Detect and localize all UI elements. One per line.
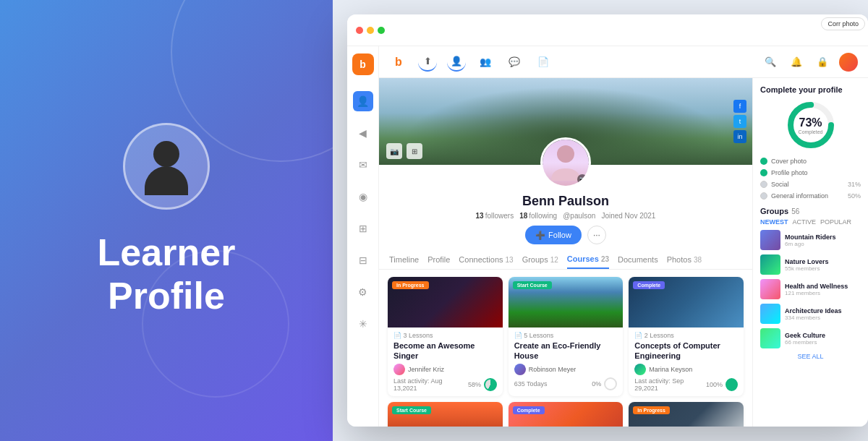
nav-lock-icon[interactable]: 🔒 bbox=[813, 53, 832, 72]
nav-avatar[interactable] bbox=[839, 53, 858, 72]
sidebar-item-settings[interactable]: ✳ bbox=[353, 314, 373, 334]
nav-notif-icon[interactable]: 🔔 bbox=[787, 53, 806, 72]
close-dot[interactable] bbox=[356, 27, 363, 34]
tab-connections[interactable]: Connections 13 bbox=[459, 250, 513, 269]
group-thumb-mountain bbox=[760, 230, 780, 250]
complete-profile-title: Complete your profile bbox=[760, 85, 861, 94]
course-progress: 635 Todays 0% bbox=[514, 377, 618, 390]
course-card[interactable]: Complete 📄 2 Lessons Concepts of Compute… bbox=[629, 277, 744, 396]
minimize-dot[interactable] bbox=[367, 27, 374, 34]
tab-timeline[interactable]: Timeline bbox=[389, 250, 419, 269]
course-card[interactable]: In Progress 📄 6 Lessons Civics & Culture bbox=[629, 402, 744, 427]
nav-doc-icon[interactable]: 📄 bbox=[534, 53, 553, 72]
course-body: 📄 2 Lessons Concepts of Computer Enginee… bbox=[629, 327, 744, 396]
course-img-desert: Start Course bbox=[388, 402, 503, 427]
course-img-flag: In Progress bbox=[629, 402, 744, 427]
twitter-icon[interactable]: t bbox=[733, 115, 746, 128]
tab-groups[interactable]: Groups 12 bbox=[522, 250, 558, 269]
course-progress: Last activity: Sep 29,2021 100% bbox=[634, 377, 738, 392]
group-tab-active[interactable]: ACTIVE bbox=[793, 218, 817, 226]
course-img-eco: Start Course bbox=[509, 277, 624, 327]
sidebar-item-grid[interactable]: ⊞ bbox=[353, 218, 373, 239]
follow-button[interactable]: ➕ Follow bbox=[525, 226, 582, 244]
group-tab-popular[interactable]: POPULAR bbox=[820, 218, 851, 226]
general-info-item: General information 50% bbox=[760, 192, 861, 200]
tab-photos[interactable]: Photos 38 bbox=[667, 250, 702, 269]
course-badge-progress: In Progress bbox=[633, 406, 670, 414]
course-body: 📄 3 Lessons Become an Awesome Singer Jen… bbox=[388, 327, 503, 396]
group-tab-newest[interactable]: NEWEST bbox=[760, 218, 788, 226]
course-card[interactable]: Start Course 📄 5 Lessons Create an Eco-F… bbox=[509, 277, 624, 396]
profile-name: Benn Paulson bbox=[389, 194, 742, 209]
courses-grid: In Progress 📄 3 Lessons Become an Awesom… bbox=[379, 270, 752, 427]
course-lessons: 📄 5 Lessons bbox=[514, 332, 618, 339]
course-img-computer: Complete bbox=[629, 277, 744, 327]
course-body: 📄 5 Lessons Create an Eco-Friendly House… bbox=[509, 327, 624, 395]
sidebar-item-eye[interactable]: ◉ bbox=[353, 187, 373, 207]
progress-circle bbox=[726, 378, 738, 391]
progress-circle bbox=[604, 377, 617, 390]
group-thumb-nature bbox=[760, 254, 780, 275]
camera-avatar-icon[interactable]: 📷 bbox=[577, 174, 587, 184]
profile-meta: 13 followers 18 following @paulson Joine… bbox=[389, 212, 742, 220]
cover-photo: 📷 ⊞ f t in bbox=[379, 78, 752, 165]
course-card[interactable]: In Progress 📄 3 Lessons Become an Awesom… bbox=[388, 277, 503, 396]
linkedin-icon[interactable]: in bbox=[733, 130, 746, 143]
more-options-button[interactable]: ··· bbox=[587, 226, 606, 244]
following-label: following bbox=[529, 212, 557, 220]
sidebar-item-users[interactable]: ⚙ bbox=[353, 282, 373, 302]
page-title: Learner Profile bbox=[98, 231, 236, 318]
course-badge-start: Start Course bbox=[392, 406, 431, 414]
profile-main: 📷 ⊞ f t in bbox=[379, 78, 752, 427]
browser-controls bbox=[356, 27, 385, 34]
donut-chart: 73% Completed bbox=[760, 100, 861, 150]
avatar-silhouette bbox=[137, 137, 195, 195]
layout-cover-icon[interactable]: ⊞ bbox=[407, 143, 422, 159]
course-card[interactable]: Complete 📄 3 Lessons Laptop Mastery bbox=[509, 402, 624, 427]
completion-percentage: 73 bbox=[799, 116, 812, 129]
profile-joined: Joined Nov 2021 bbox=[601, 212, 655, 220]
course-card[interactable]: Start Course 📄 4 Lessons Desert Photogra… bbox=[388, 402, 503, 427]
course-img-laptop: Complete bbox=[509, 402, 624, 427]
sidebar-item-mail[interactable]: ✉ bbox=[353, 155, 373, 175]
group-item: Architecture Ideas 334 members bbox=[760, 304, 861, 324]
nav-users-icon[interactable]: 👥 bbox=[476, 53, 495, 72]
nav-share-icon[interactable]: ⬆ bbox=[418, 53, 437, 72]
profile-photo-dot bbox=[760, 169, 767, 176]
group-tabs: NEWEST ACTIVE POPULAR bbox=[760, 218, 861, 226]
sidebar-logo[interactable]: b bbox=[352, 53, 374, 75]
profile-actions: ➕ Follow ··· bbox=[389, 226, 742, 244]
profile-area: 📷 ⊞ f t in bbox=[379, 78, 868, 427]
author-avatar bbox=[514, 364, 526, 375]
nav-logo: b bbox=[389, 53, 408, 72]
following-count: 18 bbox=[519, 212, 527, 220]
sidebar-item-back[interactable]: ◀ bbox=[353, 123, 373, 143]
nav-chat-icon[interactable]: 💬 bbox=[505, 53, 524, 72]
groups-section-title: Groups 56 bbox=[760, 207, 861, 215]
course-lessons: 📄 2 Lessons bbox=[634, 332, 738, 339]
general-info-dot bbox=[760, 192, 767, 200]
tab-documents[interactable]: Documents bbox=[618, 250, 658, 269]
see-all-groups[interactable]: SEE ALL bbox=[760, 353, 861, 360]
camera-cover-icon[interactable]: 📷 bbox=[386, 143, 402, 159]
group-item: Health and Wellness 121 members bbox=[760, 279, 861, 299]
user-avatar-wrap: 📷 Member bbox=[540, 137, 591, 188]
tab-courses[interactable]: Courses 23 bbox=[567, 250, 609, 269]
course-author: Jennifer Kriz bbox=[393, 364, 497, 375]
facebook-icon[interactable]: f bbox=[733, 100, 746, 113]
nav-search-icon[interactable]: 🔍 bbox=[761, 53, 780, 72]
maximize-dot[interactable] bbox=[378, 27, 385, 34]
cover-actions: 📷 ⊞ bbox=[386, 143, 422, 159]
browser-topbar bbox=[347, 14, 868, 46]
group-thumb-architecture bbox=[760, 304, 780, 324]
social-item: Social 31% bbox=[760, 181, 861, 188]
sidebar-item-layers[interactable]: ⊟ bbox=[353, 250, 373, 270]
profile-handle: @paulson bbox=[563, 212, 595, 220]
nav-right: 🔍 🔔 🔒 bbox=[761, 53, 858, 72]
sidebar-item-profile[interactable]: 👤 bbox=[353, 91, 373, 111]
group-thumb-health bbox=[760, 279, 780, 299]
nav-user-icon[interactable]: 👤 bbox=[447, 53, 466, 72]
course-img-singer: In Progress bbox=[388, 277, 503, 327]
donut-label: 73% Completed bbox=[799, 116, 823, 134]
tab-profile[interactable]: Profile bbox=[427, 250, 450, 269]
